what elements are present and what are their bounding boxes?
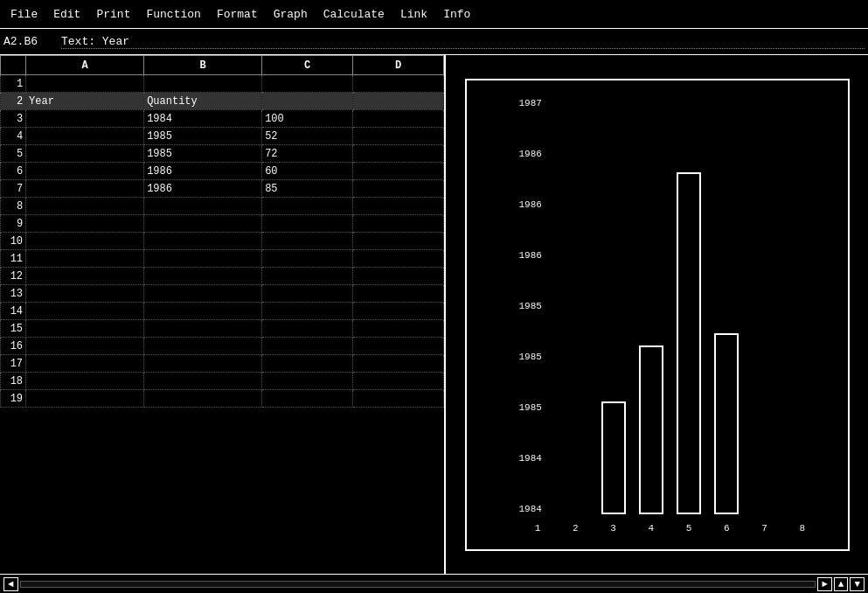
cell-17-d[interactable] <box>353 355 444 373</box>
cell-5-a[interactable] <box>26 145 144 163</box>
cell-17-a[interactable] <box>26 355 144 373</box>
cell-2-c[interactable] <box>262 93 353 110</box>
cell-11-a[interactable] <box>26 250 144 268</box>
cell-18-a[interactable] <box>26 373 144 390</box>
cell-10-c[interactable] <box>262 233 353 250</box>
cell-8-b[interactable] <box>144 198 262 215</box>
cell-2-b[interactable]: Quantity <box>144 93 262 110</box>
cell-10-d[interactable] <box>353 233 444 250</box>
cell-8-a[interactable] <box>26 198 144 215</box>
cell-5-c[interactable]: 72 <box>262 145 353 163</box>
cell-15-a[interactable] <box>26 320 144 338</box>
menu-format[interactable]: Format <box>210 4 265 24</box>
menu-calculate[interactable]: Calculate <box>316 4 392 24</box>
cell-9-d[interactable] <box>353 215 444 233</box>
cell-8-c[interactable] <box>262 198 353 215</box>
cell-17-c[interactable] <box>262 355 353 373</box>
menu-file[interactable]: File <box>3 4 45 24</box>
cell-7-c[interactable]: 85 <box>262 180 353 198</box>
cell-6-a[interactable] <box>26 163 144 180</box>
cell-3-b[interactable]: 1984 <box>144 110 262 128</box>
cell-19-b[interactable] <box>144 390 262 408</box>
cell-7-d[interactable] <box>353 180 444 198</box>
cell-16-b[interactable] <box>144 338 262 355</box>
cell-13-c[interactable] <box>262 285 353 303</box>
cell-4-d[interactable] <box>353 128 444 145</box>
cell-5-d[interactable] <box>353 145 444 163</box>
cell-7-b[interactable]: 1986 <box>144 180 262 198</box>
cell-14-a[interactable] <box>26 303 144 320</box>
cell-4-a[interactable] <box>26 128 144 145</box>
col-header-a[interactable]: A <box>26 56 144 75</box>
cell-12-a[interactable] <box>26 268 144 285</box>
cell-12-c[interactable] <box>262 268 353 285</box>
cell-6-c[interactable]: 60 <box>262 163 353 180</box>
cell-14-b[interactable] <box>144 303 262 320</box>
scroll-down-button[interactable]: ▼ <box>850 577 865 591</box>
main-area: A B C D 12YearQuantity319841004198552519… <box>0 55 868 574</box>
cell-2-d[interactable] <box>353 93 444 110</box>
col-header-b[interactable]: B <box>144 56 262 75</box>
cell-15-c[interactable] <box>262 320 353 338</box>
menu-print[interactable]: Print <box>89 4 137 24</box>
cell-13-b[interactable] <box>144 285 262 303</box>
cell-19-d[interactable] <box>353 390 444 408</box>
menu-edit[interactable]: Edit <box>46 4 87 24</box>
cell-3-d[interactable] <box>353 110 444 128</box>
cell-1-d[interactable] <box>353 75 444 93</box>
row-number: 7 <box>1 180 26 198</box>
cell-12-b[interactable] <box>144 268 262 285</box>
cell-1-c[interactable] <box>262 75 353 93</box>
bar-5 <box>677 172 701 514</box>
cell-11-c[interactable] <box>262 250 353 268</box>
cell-3-c[interactable]: 100 <box>262 110 353 128</box>
horizontal-scrollbar[interactable] <box>20 581 816 588</box>
cell-13-a[interactable] <box>26 285 144 303</box>
cell-10-b[interactable] <box>144 233 262 250</box>
cell-11-b[interactable] <box>144 250 262 268</box>
cell-1-a[interactable] <box>26 75 144 93</box>
col-header-d[interactable]: D <box>353 56 444 75</box>
cell-3-a[interactable] <box>26 110 144 128</box>
cell-9-b[interactable] <box>144 215 262 233</box>
cell-18-b[interactable] <box>144 373 262 390</box>
cell-9-c[interactable] <box>262 215 353 233</box>
cell-16-a[interactable] <box>26 338 144 355</box>
cell-19-c[interactable] <box>262 390 353 408</box>
cell-9-a[interactable] <box>26 215 144 233</box>
cell-6-b[interactable]: 1986 <box>144 163 262 180</box>
cell-5-b[interactable]: 1985 <box>144 145 262 163</box>
menu-graph[interactable]: Graph <box>267 4 315 24</box>
cell-14-c[interactable] <box>262 303 353 320</box>
table-row: 16 <box>1 338 444 355</box>
cell-7-a[interactable] <box>26 180 144 198</box>
cell-11-d[interactable] <box>353 250 444 268</box>
cell-17-b[interactable] <box>144 355 262 373</box>
table-row: 14 <box>1 303 444 320</box>
scroll-up-button[interactable]: ▲ <box>834 577 849 591</box>
cell-19-a[interactable] <box>26 390 144 408</box>
cell-2-a[interactable]: Year <box>26 93 144 110</box>
cell-1-b[interactable] <box>144 75 262 93</box>
menu-info[interactable]: Info <box>436 4 477 24</box>
cell-15-d[interactable] <box>353 320 444 338</box>
cell-18-c[interactable] <box>262 373 353 390</box>
cell-12-d[interactable] <box>353 268 444 285</box>
menu-function[interactable]: Function <box>139 4 207 24</box>
cell-13-d[interactable] <box>353 285 444 303</box>
bars-container <box>519 98 822 514</box>
cell-18-d[interactable] <box>353 373 444 390</box>
scroll-right-button[interactable]: ► <box>817 577 832 591</box>
cell-16-c[interactable] <box>262 338 353 355</box>
cell-10-a[interactable] <box>26 233 144 250</box>
menu-link[interactable]: Link <box>393 4 434 24</box>
cell-16-d[interactable] <box>353 338 444 355</box>
cell-14-d[interactable] <box>353 303 444 320</box>
scroll-left-button[interactable]: ◄ <box>3 577 18 591</box>
cell-15-b[interactable] <box>144 320 262 338</box>
cell-6-d[interactable] <box>353 163 444 180</box>
cell-4-c[interactable]: 52 <box>262 128 353 145</box>
col-header-c[interactable]: C <box>262 56 353 75</box>
cell-8-d[interactable] <box>353 198 444 215</box>
cell-4-b[interactable]: 1985 <box>144 128 262 145</box>
